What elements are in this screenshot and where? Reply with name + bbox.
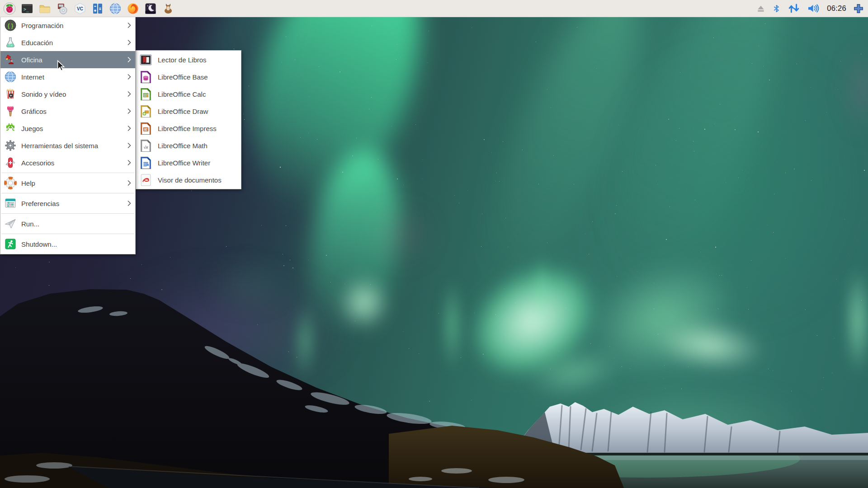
taskbar-status-area: 06:26 bbox=[756, 3, 868, 14]
settings-window-icon bbox=[4, 197, 17, 210]
menu-item-preferencias[interactable]: Preferencias bbox=[0, 195, 135, 212]
submenu-arrow-icon bbox=[127, 40, 131, 45]
stellarium-icon[interactable] bbox=[144, 2, 157, 15]
desktop[interactable]: >_ VC bbox=[0, 0, 868, 488]
popcorn-player-icon bbox=[4, 88, 17, 100]
menu-item-run[interactable]: Run... bbox=[0, 215, 135, 232]
oficina-submenu: Lector de Libros LibreOffice Base LibreO… bbox=[136, 50, 241, 189]
libreoffice-base-icon bbox=[139, 70, 153, 84]
submenu-arrow-icon bbox=[127, 74, 131, 80]
lifebuoy-icon bbox=[4, 177, 17, 189]
menu-item-shutdown[interactable]: Shutdown... bbox=[0, 235, 135, 253]
submenu-item-lector-de-libros[interactable]: Lector de Libros bbox=[136, 51, 241, 68]
menu-separator bbox=[1, 193, 134, 193]
menu-item-graficos[interactable]: Gráficos bbox=[0, 103, 135, 120]
submenu-item-libreoffice-base[interactable]: LibreOffice Base bbox=[136, 68, 241, 85]
network-arrows-icon[interactable] bbox=[788, 3, 800, 14]
submenu-item-libreoffice-math[interactable]: √x LibreOffice Math bbox=[136, 137, 241, 154]
menu-separator bbox=[1, 173, 134, 173]
libreoffice-writer-icon bbox=[139, 156, 153, 170]
menu-item-educacion[interactable]: Educación bbox=[0, 34, 135, 51]
submenu-arrow-icon bbox=[127, 108, 131, 114]
submenu-item-visor-de-documentos[interactable]: Visor de documentos bbox=[136, 171, 241, 188]
submenu-item-libreoffice-calc[interactable]: LibreOffice Calc bbox=[136, 85, 241, 103]
document-viewer-icon bbox=[139, 173, 153, 187]
space-invader-icon bbox=[4, 122, 17, 135]
veracrypt-icon[interactable]: VC bbox=[73, 2, 87, 15]
libreoffice-math-icon: √x bbox=[139, 139, 153, 153]
menu-item-herramientas-del-sistema[interactable]: Herramientas del sistema bbox=[0, 137, 135, 154]
bluetooth-icon[interactable] bbox=[772, 4, 781, 14]
menu-item-programacion[interactable]: { } Programación bbox=[0, 17, 135, 34]
submenu-arrow-icon bbox=[127, 201, 131, 206]
menu-item-help[interactable]: Help bbox=[0, 174, 135, 192]
menu-item-accesorios[interactable]: Accesorios bbox=[0, 154, 135, 171]
menu-item-oficina[interactable]: Oficina bbox=[0, 51, 135, 68]
menu-item-sonido-y-video[interactable]: Sonido y vídeo bbox=[0, 85, 135, 103]
paintbrush-icon bbox=[4, 105, 17, 117]
submenu-arrow-icon bbox=[127, 180, 131, 186]
terminal-glyph: >_ bbox=[24, 7, 29, 12]
raspberry-pi-menu-icon[interactable] bbox=[3, 2, 16, 15]
desk-lamp-icon bbox=[4, 53, 17, 66]
plus-icon[interactable] bbox=[853, 3, 864, 14]
mouse-cursor bbox=[55, 59, 67, 71]
menu-item-juegos[interactable]: Juegos bbox=[0, 120, 135, 137]
menu-separator bbox=[1, 234, 134, 234]
submenu-arrow-icon bbox=[127, 126, 131, 131]
code-icon: { } bbox=[4, 19, 17, 32]
clock[interactable]: 06:26 bbox=[827, 4, 846, 13]
calculator-icon[interactable] bbox=[91, 2, 104, 15]
firefox-icon[interactable] bbox=[126, 2, 140, 15]
submenu-item-libreoffice-draw[interactable]: LibreOffice Draw bbox=[136, 103, 241, 120]
amule-icon[interactable] bbox=[161, 2, 175, 15]
submenu-arrow-icon bbox=[127, 160, 131, 165]
code-glyph: { } bbox=[8, 23, 14, 29]
submenu-item-libreoffice-impress[interactable]: LibreOffice Impress bbox=[136, 120, 241, 137]
veracrypt-glyph: VC bbox=[77, 6, 83, 11]
submenu-arrow-icon bbox=[127, 143, 131, 148]
gear-icon bbox=[4, 139, 17, 152]
paper-plane-icon bbox=[4, 217, 17, 230]
flask-icon bbox=[4, 36, 17, 49]
submenu-arrow-icon bbox=[127, 91, 131, 97]
libreoffice-calc-icon bbox=[139, 87, 153, 101]
file-manager-icon[interactable] bbox=[38, 2, 52, 15]
application-menu: { } Programación Educación Oficina bbox=[0, 17, 136, 254]
swiss-knife-icon bbox=[4, 156, 17, 169]
menu-item-internet[interactable]: Internet bbox=[0, 68, 135, 85]
math-glyph: √x bbox=[144, 145, 148, 149]
taskbar: >_ VC bbox=[0, 0, 868, 17]
terminal-icon[interactable]: >_ bbox=[20, 2, 34, 15]
globe-icon bbox=[4, 70, 17, 83]
eject-icon[interactable] bbox=[756, 4, 765, 13]
taskbar-launchers: >_ VC bbox=[0, 2, 175, 15]
menu-separator bbox=[1, 213, 134, 214]
submenu-arrow-icon bbox=[127, 23, 131, 28]
libreoffice-impress-icon bbox=[139, 122, 153, 136]
book-reader-icon bbox=[139, 53, 153, 67]
libreoffice-draw-icon bbox=[139, 104, 153, 118]
volume-icon[interactable] bbox=[807, 3, 820, 14]
disc-burner-icon[interactable] bbox=[56, 2, 69, 15]
web-browser-globe-icon[interactable] bbox=[108, 2, 122, 15]
submenu-arrow-icon bbox=[127, 57, 131, 62]
submenu-item-libreoffice-writer[interactable]: LibreOffice Writer bbox=[136, 154, 241, 171]
exit-sign-icon bbox=[4, 238, 17, 250]
